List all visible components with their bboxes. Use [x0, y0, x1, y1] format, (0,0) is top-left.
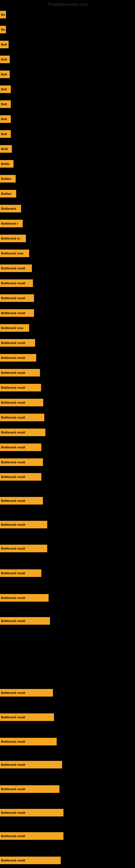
bar-row: Bottl: [0, 145, 12, 153]
bar-label: Bottleneck resu: [0, 250, 29, 257]
bar-label: Bott: [0, 115, 11, 123]
bar-row: Bottleneck result: [0, 738, 57, 745]
bar-row: Bottleneck: [0, 205, 21, 212]
bar-row: Bottleneck result: [0, 339, 35, 347]
bar-label: Bottleneck result: [0, 443, 41, 451]
site-title: TheBottlenecker.com: [0, 0, 135, 8]
bar-row: Bottleneck result: [0, 429, 45, 436]
bar-label: Bottleneck result: [0, 414, 44, 421]
bar-label: Bottleneck result: [0, 429, 45, 436]
bar-row: Bott: [0, 41, 9, 48]
bar-row: Bott: [0, 56, 10, 63]
bar-label: Bottleneck result: [0, 761, 62, 769]
bar-row: Bottleneck result: [0, 384, 41, 392]
bar-label: Bottleneck result: [0, 339, 35, 347]
bar-label: Bott: [0, 56, 10, 63]
bar-row: Bottleneck r: [0, 220, 23, 227]
bar-row: Bottleneck result: [0, 369, 40, 376]
bar-row: Bottleneck result: [0, 569, 41, 577]
bar-row: Bott: [0, 100, 11, 108]
bar-label: Bottleneck result: [0, 809, 63, 816]
bar-row: Bottleneck result: [0, 294, 34, 302]
bar-row: Bottleneck result: [0, 545, 47, 552]
bar-row: Bottleneck result: [0, 443, 41, 451]
bar-row: Bottleneck result: [0, 713, 54, 721]
bar-label: Bottleneck r: [0, 220, 23, 227]
bar-row: Bottleneck result: [0, 809, 63, 816]
bar-row: Bottleneck result: [0, 785, 59, 793]
bar-label: Bottleneck result: [0, 279, 33, 287]
bar-label: Bottleneck result: [0, 384, 41, 392]
bar-label: Bo: [0, 11, 6, 19]
bar-row: Bottleneck result: [0, 354, 36, 362]
bar-row: Bottleneck re: [0, 235, 26, 242]
bar-row: Bottleneck result: [0, 473, 41, 480]
bar-label: Bo: [0, 26, 6, 33]
bar-row: Bottle: [0, 160, 13, 167]
bar-row: Bottleneck result: [0, 521, 47, 528]
bar-row: Bottleneck resu: [0, 250, 29, 257]
bar-label: Bottleneck result: [0, 832, 63, 840]
bar-label: Bottleneck result: [0, 545, 47, 552]
bar-label: Bott: [0, 86, 11, 93]
bar-label: Bott: [0, 130, 11, 138]
bar-row: Bottlen: [0, 190, 16, 197]
bar-label: Bottleneck result: [0, 473, 41, 480]
bar-label: Bottlen: [0, 190, 16, 197]
bar-label: Bottleneck result: [0, 265, 32, 272]
bar-label: Bottleneck result: [0, 689, 53, 696]
bar-row: Bottlen: [0, 175, 16, 183]
bar-row: Bott: [0, 70, 10, 78]
bar-row: Bottleneck result: [0, 309, 34, 317]
bar-row: Bottleneck result: [0, 857, 61, 864]
bar-row: Bottleneck result: [0, 689, 53, 696]
bar-label: Bottleneck result: [0, 294, 34, 302]
bar-label: Bottleneck result: [0, 569, 41, 577]
bar-row: Bott: [0, 130, 11, 138]
bar-row: Bottleneck result: [0, 399, 43, 406]
bar-row: Bottleneck result: [0, 458, 43, 466]
bar-label: Bott: [0, 100, 11, 108]
bar-row: Bo: [0, 11, 6, 19]
bar-row: Bo: [0, 26, 6, 33]
bar-row: Bottleneck result: [0, 617, 50, 625]
bar-row: Bottleneck result: [0, 265, 32, 272]
bar-label: Bottleneck result: [0, 738, 57, 745]
bar-label: Bottleneck result: [0, 497, 43, 504]
bar-row: Bottleneck result: [0, 497, 43, 504]
bar-row: Bott: [0, 115, 11, 123]
bar-label: Bottl: [0, 145, 12, 153]
bar-label: Bottleneck result: [0, 785, 59, 793]
bar-label: Bottleneck re: [0, 235, 26, 242]
bar-label: Bottleneck resu: [0, 324, 29, 332]
bar-label: Bottleneck result: [0, 458, 43, 466]
bar-label: Bottleneck result: [0, 309, 34, 317]
bar-row: Bottleneck result: [0, 279, 33, 287]
bar-label: Bottlen: [0, 175, 16, 183]
bar-label: Bottle: [0, 160, 13, 167]
bar-label: Bottleneck result: [0, 713, 54, 721]
bar-row: Bottleneck result: [0, 414, 44, 421]
bar-row: Bottleneck resu: [0, 324, 29, 332]
bar-label: Bott: [0, 41, 9, 48]
bar-label: Bottleneck result: [0, 521, 47, 528]
bar-row: Bottleneck result: [0, 594, 49, 601]
bar-label: Bott: [0, 70, 10, 78]
bar-row: Bott: [0, 86, 11, 93]
bar-row: Bottleneck result: [0, 832, 63, 840]
bar-label: Bottleneck result: [0, 594, 49, 601]
bar-row: Bottleneck result: [0, 761, 62, 769]
bar-label: Bottleneck: [0, 205, 21, 212]
bar-label: Bottleneck result: [0, 369, 40, 376]
bar-label: Bottleneck result: [0, 617, 50, 625]
bar-label: Bottleneck result: [0, 354, 36, 362]
bar-label: Bottleneck result: [0, 857, 61, 864]
bar-label: Bottleneck result: [0, 399, 43, 406]
